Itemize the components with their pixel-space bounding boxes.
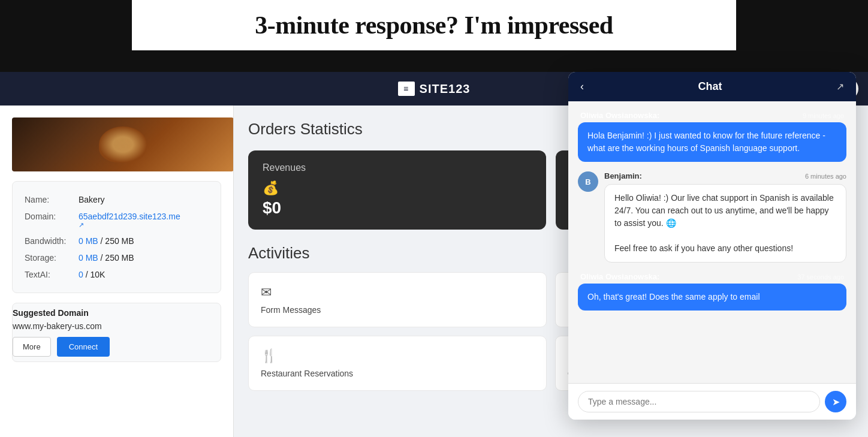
logo-icon: ≡ bbox=[398, 82, 415, 96]
storage-total: / 250 MB bbox=[101, 253, 134, 263]
domain-label: Domain: bbox=[25, 212, 79, 221]
bandwidth-label: Bandwidth: bbox=[25, 236, 79, 246]
sender-oliwia1: Oliwia Owsianowska: bbox=[580, 111, 659, 120]
suggested-domain-card: Suggested Domain www.my-bakery-us.com Mo… bbox=[12, 303, 221, 362]
more-button[interactable]: More bbox=[13, 337, 51, 357]
domain-link[interactable]: 65aebdf21d239.site123.me bbox=[79, 212, 180, 221]
chat-header: ‹ Chat ↗ bbox=[568, 72, 856, 101]
bubble-oliwia2: Oh, that's great! Does the same apply to… bbox=[578, 284, 846, 311]
sidebar: Name: Bakery Domain: 65aebdf21d239.site1… bbox=[0, 106, 234, 437]
activity-form-messages[interactable]: ✉ Form Messages bbox=[248, 272, 547, 327]
name-value: Bakery bbox=[79, 195, 105, 204]
benjamin-content: Benjamin: 6 minutes ago Hello Oliwia! :)… bbox=[604, 171, 846, 263]
textai-label: TextAI: bbox=[25, 270, 79, 279]
suggested-domain-value: www.my-bakery-us.com bbox=[13, 321, 221, 331]
storage-used: 0 MB bbox=[79, 253, 98, 263]
benjamin-avatar: B bbox=[578, 171, 598, 192]
chat-title: Chat bbox=[590, 80, 830, 93]
benjamin-time: 6 minutes ago bbox=[805, 173, 846, 180]
testimonial-banner: 3-minute response? I'm impressed bbox=[132, 0, 736, 50]
chat-send-button[interactable]: ➤ bbox=[825, 391, 846, 412]
form-messages-label: Form Messages bbox=[261, 305, 321, 315]
site-info-card: Name: Bakery Domain: 65aebdf21d239.site1… bbox=[12, 181, 221, 293]
storage-label: Storage: bbox=[25, 253, 79, 263]
revenue-card: Revenues 💰 $0 bbox=[248, 150, 546, 230]
connect-button[interactable]: Connect bbox=[57, 337, 110, 357]
external-link-icon[interactable]: ↗ bbox=[79, 221, 180, 229]
site-logo: ≡ SITE123 bbox=[398, 82, 471, 96]
textai-total: / 10K bbox=[86, 270, 106, 279]
msg-header-oliwia1: Oliwia Owsianowska: 9 minutes ago bbox=[578, 111, 846, 120]
bandwidth-value: 0 MB / 250 MB bbox=[79, 236, 134, 246]
logo-text: SITE123 bbox=[420, 82, 471, 96]
revenue-title: Revenues bbox=[263, 162, 532, 173]
activity-restaurant[interactable]: 🍴 Restaurant Reservations bbox=[248, 336, 547, 391]
restaurant-icon: 🍴 bbox=[261, 348, 277, 364]
domain-row: Domain: 65aebdf21d239.site123.me ↗ bbox=[25, 208, 209, 233]
storage-value: 0 MB / 250 MB bbox=[79, 253, 134, 263]
time-oliwia1: 9 minutes ago bbox=[803, 112, 844, 119]
textai-used: 0 bbox=[79, 270, 83, 279]
benjamin-name: Benjamin: bbox=[604, 171, 642, 180]
name-label: Name: bbox=[25, 195, 79, 204]
chat-external-button[interactable]: ↗ bbox=[836, 81, 844, 92]
revenue-icon: 💰 bbox=[263, 180, 532, 196]
chat-messages: Oliwia Owsianowska: 9 minutes ago Hola B… bbox=[568, 101, 856, 383]
chat-back-button[interactable]: ‹ bbox=[580, 80, 584, 93]
textai-row: TextAI: 0 / 10K bbox=[25, 266, 209, 283]
form-messages-icon: ✉ bbox=[261, 285, 272, 300]
bandwidth-row: Bandwidth: 0 MB / 250 MB bbox=[25, 233, 209, 249]
bandwidth-used: 0 MB bbox=[79, 236, 98, 246]
textai-value: 0 / 10K bbox=[79, 270, 105, 279]
msg-header-oliwia2: Oliwia Owsianowska: 37 seconds ago bbox=[578, 272, 846, 281]
bubble-benjamin1: Hello Oliwia! :) Our live chat support i… bbox=[604, 184, 846, 263]
message-oliwia2: Oliwia Owsianowska: 37 seconds ago Oh, t… bbox=[578, 272, 846, 311]
revenue-value: $0 bbox=[263, 198, 532, 218]
message-benjamin1: B Benjamin: 6 minutes ago Hello Oliwia! … bbox=[578, 171, 846, 263]
restaurant-label: Restaurant Reservations bbox=[261, 369, 353, 378]
storage-row: Storage: 0 MB / 250 MB bbox=[25, 249, 209, 266]
chat-input-area: ➤ bbox=[568, 383, 856, 420]
message-oliwia1: Oliwia Owsianowska: 9 minutes ago Hola B… bbox=[578, 111, 846, 162]
bandwidth-total: / 250 MB bbox=[101, 236, 134, 246]
bubble-oliwia1: Hola Benjamin! :) I just wanted to know … bbox=[578, 122, 846, 162]
testimonial-text: 3-minute response? I'm impressed bbox=[156, 11, 712, 40]
suggested-domain-heading: Suggested Domain bbox=[13, 308, 221, 318]
sender-oliwia2: Oliwia Owsianowska: bbox=[580, 272, 659, 281]
time-oliwia2: 37 seconds ago bbox=[797, 273, 844, 281]
chat-input[interactable] bbox=[578, 391, 820, 412]
domain-buttons: More Connect bbox=[13, 337, 221, 357]
name-row: Name: Bakery bbox=[25, 191, 209, 208]
food-image bbox=[12, 117, 234, 171]
benjamin-header: Benjamin: 6 minutes ago bbox=[604, 171, 846, 180]
chat-overlay: ‹ Chat ↗ Oliwia Owsianowska: 9 minutes a… bbox=[568, 72, 856, 420]
